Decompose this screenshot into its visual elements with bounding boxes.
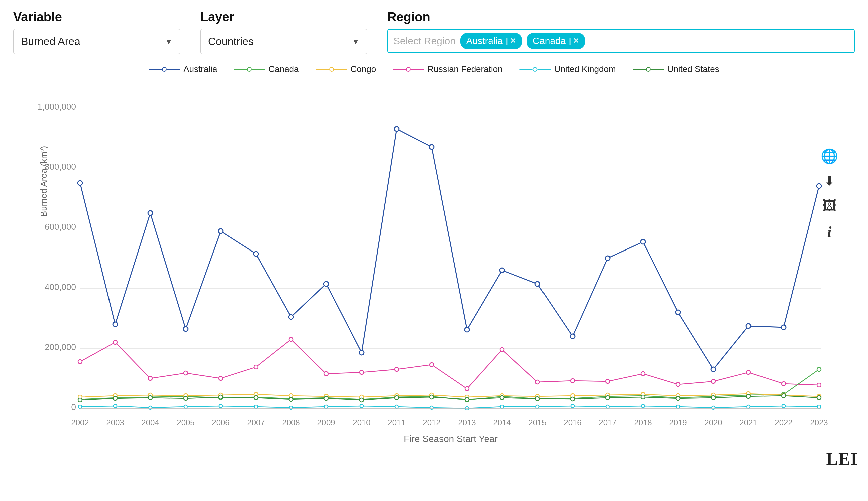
x-tick-2018: 2018 [634, 418, 652, 427]
layer-control: Layer Countries ▼ [200, 10, 367, 54]
y-tick-400k: 400,000 [45, 282, 76, 292]
x-tick-2002: 2002 [71, 418, 89, 427]
dot-us-2023 [817, 396, 821, 400]
region-tag-australia-close[interactable]: | ✕ [506, 37, 516, 45]
legend-dot-russian [406, 67, 411, 72]
variable-selected: Burned Area [21, 35, 80, 48]
variable-arrow-icon: ▼ [165, 37, 173, 46]
side-icons: 🌐 ⬇ 🖼 i [821, 148, 838, 241]
region-tag-canada-close[interactable]: | ✕ [569, 37, 579, 45]
dot-us-2018 [641, 395, 645, 399]
dot-uk-2020 [712, 406, 715, 409]
layer-selected: Countries [208, 35, 254, 48]
x-tick-2022: 2022 [774, 418, 792, 427]
main-chart: Burned Area (km²) 0 200,000 400,000 600,… [27, 81, 845, 449]
dot-us-2007 [254, 396, 258, 400]
dot-australia-2002 [78, 181, 83, 185]
layer-dropdown[interactable]: Countries ▼ [200, 29, 367, 54]
dot-russian-2015 [535, 380, 540, 384]
legend-label-us: United States [668, 64, 719, 74]
download-icon[interactable]: ⬇ [824, 174, 835, 188]
y-axis-label: Burned Area (km²) [39, 146, 49, 217]
x-tick-2012: 2012 [423, 418, 440, 427]
x-tick-2011: 2011 [388, 418, 405, 427]
line-australia [80, 129, 819, 370]
region-control: Region Select Region Australia | ✕ Canad… [387, 10, 855, 53]
dot-russian-2019 [676, 382, 680, 386]
legend-line-uk2 [538, 69, 551, 70]
legend-line-russian2 [411, 69, 424, 70]
x-tick-2009: 2009 [317, 418, 335, 427]
info-icon[interactable]: i [827, 223, 832, 241]
image-icon[interactable]: 🖼 [822, 198, 836, 214]
dot-us-2015 [535, 397, 540, 401]
legend-label-canada: Canada [268, 64, 299, 74]
dot-russian-2002 [78, 360, 82, 364]
legend-label-uk: United Kingdom [554, 64, 616, 74]
region-tag-australia: Australia | ✕ [460, 33, 522, 49]
region-tag-australia-label: Australia [466, 36, 503, 46]
dot-us-2005 [184, 396, 188, 401]
legend-line-russian [393, 69, 406, 70]
dot-australia-2004 [148, 211, 153, 215]
x-tick-2019: 2019 [669, 418, 687, 427]
dot-australia-2015 [535, 281, 540, 286]
dot-russian-2013 [465, 387, 469, 391]
dot-uk-2011 [395, 405, 398, 408]
y-tick-600k: 600,000 [45, 222, 76, 232]
legend-item-russian: Russian Federation [393, 64, 502, 74]
x-tick-2017: 2017 [599, 418, 616, 427]
legend-item-uk: United Kingdom [520, 64, 616, 74]
legend-item-australia: Australia [149, 64, 217, 74]
dot-uk-2012 [430, 406, 433, 409]
dot-uk-2018 [641, 404, 645, 408]
dot-us-2021 [747, 394, 750, 398]
dot-canada-2023 [817, 367, 821, 371]
dot-uk-2002 [78, 405, 82, 408]
dot-russian-2014 [500, 348, 504, 352]
variable-dropdown[interactable]: Burned Area ▼ [13, 29, 180, 54]
dot-uk-2023 [817, 405, 821, 408]
variable-control: Variable Burned Area ▼ [13, 10, 180, 54]
y-tick-0: 0 [72, 402, 76, 412]
dot-russian-2011 [394, 367, 399, 371]
globe-icon[interactable]: 🌐 [821, 148, 838, 164]
legend-line-us2 [651, 69, 664, 70]
dot-uk-2019 [676, 405, 680, 408]
legend-item-us: United States [633, 64, 719, 74]
legend-dot-congo [329, 67, 334, 72]
y-tick-1m: 1,000,000 [37, 102, 76, 111]
region-input-row[interactable]: Select Region Australia | ✕ Canada | ✕ [387, 29, 855, 53]
dot-uk-2003 [113, 404, 117, 408]
branding-logo: LEI [826, 449, 858, 469]
legend-line-canada2 [252, 69, 265, 70]
layer-arrow-icon: ▼ [351, 37, 360, 46]
x-tick-2004: 2004 [141, 418, 159, 427]
dot-us-2003 [113, 396, 117, 401]
dot-australia-2006 [218, 229, 223, 233]
legend-line-canada [234, 69, 247, 70]
dot-australia-2019 [676, 310, 680, 315]
dot-us-2011 [394, 396, 399, 400]
dot-australia-2017 [605, 256, 610, 260]
dot-russian-2010 [360, 370, 364, 374]
chart-area: Australia Canada Congo Russia [0, 61, 868, 475]
legend-label-russian: Russian Federation [427, 64, 502, 74]
dot-us-2020 [712, 396, 715, 400]
x-tick-2005: 2005 [177, 418, 194, 427]
dot-russian-2021 [747, 370, 750, 374]
legend-line-congo [316, 69, 329, 70]
dot-us-2009 [324, 396, 328, 401]
legend-line-australia [149, 69, 162, 70]
dot-australia-2007 [254, 252, 258, 256]
legend-line-us [633, 69, 646, 70]
legend-dot-uk [533, 67, 538, 72]
y-tick-800k: 800,000 [45, 162, 76, 172]
dot-us-2006 [219, 395, 223, 399]
dot-russian-2006 [219, 376, 223, 381]
dot-australia-2013 [465, 327, 469, 332]
line-uk [80, 406, 819, 408]
layer-label: Layer [200, 10, 367, 24]
x-tick-2010: 2010 [352, 418, 370, 427]
dot-russian-2012 [430, 363, 434, 367]
